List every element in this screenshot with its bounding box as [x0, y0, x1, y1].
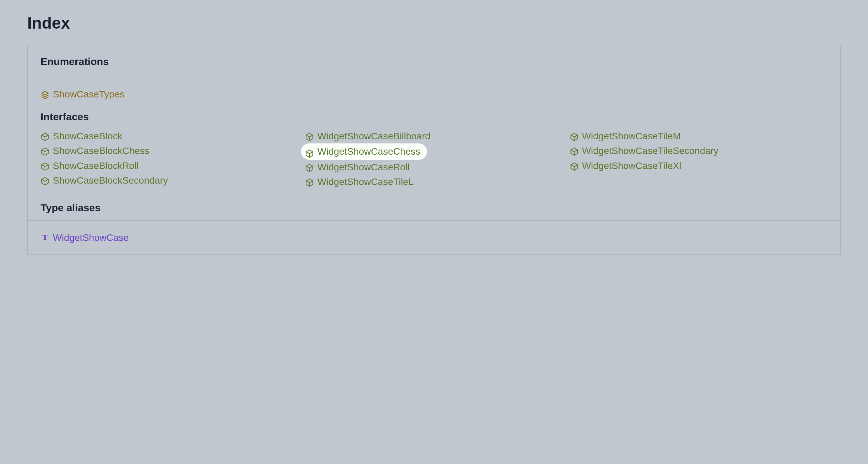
cube-icon	[305, 177, 314, 186]
heading-interfaces: Interfaces	[41, 111, 827, 123]
section-header-enumerations: Enumerations	[28, 46, 840, 77]
interface-label: WidgetShowCaseTileM	[582, 129, 681, 143]
interface-item[interactable]: WidgetShowCaseTileM	[570, 129, 827, 143]
type-alias-label: WidgetShowCase	[53, 231, 129, 244]
interface-item[interactable]: WidgetShowCaseTileL	[305, 174, 563, 189]
interfaces-col-1: WidgetShowCaseBillboard WidgetShowCaseCh…	[305, 129, 563, 189]
cube-icon	[305, 132, 314, 140]
interface-label: ShowCaseBlockChess	[53, 144, 149, 157]
cube-icon	[305, 148, 314, 157]
cube-icon	[41, 176, 49, 185]
section-body-aliases: T WidgetShowCase	[28, 220, 840, 254]
interface-label: WidgetShowCaseTileL	[317, 175, 413, 188]
cube-icon	[570, 146, 579, 155]
interface-item[interactable]: WidgetShowCaseRoll	[305, 160, 563, 174]
heading-enumerations: Enumerations	[41, 56, 827, 67]
interface-label: WidgetShowCaseTileXl	[582, 159, 682, 172]
cube-icon	[570, 132, 579, 140]
interface-item-highlighted[interactable]: WidgetShowCaseChess	[301, 143, 427, 159]
type-icon: T	[41, 233, 49, 242]
heading-type-aliases: Type aliases	[41, 202, 827, 214]
section-body-upper: ShowCaseTypes Interfaces ShowCaseBlock S…	[28, 77, 840, 220]
interface-label: WidgetShowCaseRoll	[317, 160, 410, 174]
cube-icon	[570, 161, 579, 170]
interfaces-col-0: ShowCaseBlock ShowCaseBlockChess ShowCas…	[41, 129, 298, 189]
interface-item[interactable]: ShowCaseBlockRoll	[41, 158, 298, 173]
interfaces-col-2: WidgetShowCaseTileM WidgetShowCaseTileSe…	[570, 129, 827, 189]
interface-label: ShowCaseBlockSecondary	[53, 174, 168, 187]
interface-label: WidgetShowCaseChess	[317, 145, 420, 158]
interface-item[interactable]: WidgetShowCaseTileSecondary	[570, 143, 827, 158]
enum-item[interactable]: ShowCaseTypes	[41, 87, 827, 102]
interface-item[interactable]: ShowCaseBlock	[41, 129, 298, 143]
cube-icon	[41, 161, 49, 170]
enum-icon	[41, 90, 49, 98]
interfaces-grid: ShowCaseBlock ShowCaseBlockChess ShowCas…	[41, 129, 827, 189]
interface-label: WidgetShowCaseTileSecondary	[582, 144, 719, 157]
interface-label: ShowCaseBlockRoll	[53, 159, 139, 172]
cube-icon	[41, 132, 49, 140]
cube-icon	[305, 163, 314, 171]
interface-item[interactable]: WidgetShowCaseBillboard	[305, 129, 563, 143]
page-title: Index	[27, 14, 841, 32]
type-alias-item[interactable]: T WidgetShowCase	[41, 230, 827, 245]
interface-item[interactable]: ShowCaseBlockChess	[41, 143, 298, 158]
interface-label: ShowCaseBlock	[53, 129, 122, 143]
interface-item[interactable]: WidgetShowCaseTileXl	[570, 158, 827, 173]
enum-label: ShowCaseTypes	[53, 88, 124, 101]
interface-item[interactable]: ShowCaseBlockSecondary	[41, 173, 298, 188]
interface-label: WidgetShowCaseBillboard	[317, 129, 430, 143]
index-panel: Enumerations ShowCaseTypes Interfaces Sh	[27, 46, 841, 255]
cube-icon	[41, 146, 49, 155]
